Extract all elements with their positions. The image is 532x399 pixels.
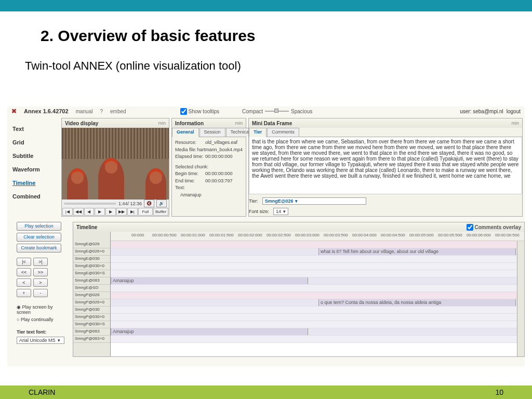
video-header: Video display	[65, 121, 98, 126]
tier-label[interactable]: SmngE@026	[73, 241, 110, 248]
ffwd-icon[interactable]: ▶▶	[116, 208, 127, 216]
annotation-segment[interactable]: Amanajup	[111, 277, 308, 284]
app-title: Annex 1.6.42702	[24, 108, 69, 114]
user-label: user: seba@mpi.nl	[460, 109, 503, 114]
play-icon[interactable]: ▶	[95, 208, 105, 216]
minimize-icon[interactable]: min	[511, 121, 519, 126]
full-button[interactable]: Full	[138, 208, 153, 216]
rewind-icon[interactable]: ◀◀	[73, 208, 84, 216]
nav-text[interactable]: Text	[11, 122, 57, 136]
mute-icon[interactable]: 🔇	[144, 200, 154, 207]
tier-label[interactable]: SmngE@030+0	[73, 263, 110, 270]
view-nav: Text Grid Subtitle Waveform Timeline Com…	[9, 118, 59, 217]
dataframe-text[interactable]: that is the place from where we came, Se…	[249, 137, 522, 194]
annotation-segment[interactable]: Amanajup	[111, 328, 308, 335]
chevron-down-icon: ▾	[283, 209, 286, 214]
information-panel: Informationmin General Session Technical…	[171, 118, 246, 217]
tier-label[interactable]: SmngP@026	[73, 292, 110, 299]
nav-waveform[interactable]: Waveform	[11, 163, 57, 176]
nav-bigfwd-button[interactable]: >>	[33, 268, 48, 276]
footer-left: CLARIN	[29, 388, 55, 396]
video-panel: Video displaymin 1:44/ 12:36 🔇 🔊 |◀ ◀◀ ◀…	[61, 118, 169, 217]
nav-subtitle[interactable]: Subtitle	[11, 149, 57, 163]
nav-fwd-button[interactable]: >	[33, 278, 48, 287]
vertical-scrollbar[interactable]	[517, 241, 524, 356]
nav-bigback-button[interactable]: <<	[17, 268, 31, 276]
logout-link[interactable]: logout	[507, 109, 521, 114]
slide-title: 2. Overview of basic features	[41, 27, 532, 45]
tab-general[interactable]: General	[172, 128, 199, 137]
info-body: Resource:old_villages.eaf Media file:har…	[172, 137, 246, 201]
slide-footer: CLARIN 10	[0, 385, 532, 399]
tier-label[interactable]: SmngE@026+0	[73, 248, 110, 256]
tier-label[interactable]: SmngP@083	[73, 328, 110, 336]
mini-data-frame-panel: Mini Data Framemin Tier Comments that is…	[248, 118, 523, 217]
minimize-icon[interactable]: min	[158, 121, 166, 126]
app-logo-icon: ✖	[11, 108, 17, 115]
tier-labels: SmngE@026 SmngE@026+0 SmngE@030 SmngE@03…	[73, 232, 111, 356]
tier-label[interactable]: SmngP@083+0	[73, 336, 110, 343]
nav-combined[interactable]: Combined	[11, 190, 57, 203]
video-progress-slider[interactable]	[64, 203, 116, 205]
play-continually-radio[interactable]: ○ Play continually	[17, 316, 66, 323]
tier-label[interactable]: SmngP@026+0	[73, 299, 110, 307]
fontsize-select[interactable]: 14▾	[273, 208, 288, 215]
tier-label[interactable]: SmngP@030+S	[73, 321, 110, 328]
tab-comments[interactable]: Comments	[267, 128, 299, 137]
chevron-down-icon: ▾	[58, 338, 60, 343]
tier-label[interactable]: SmngP@030+0	[73, 314, 110, 321]
nav-grid[interactable]: Grid	[11, 136, 57, 149]
tab-session[interactable]: Session	[200, 128, 225, 137]
tier-label[interactable]: SmngE@SD	[73, 285, 110, 292]
clear-selection-button[interactable]: Clear selection	[17, 233, 61, 242]
nav-timeline[interactable]: Timeline	[11, 176, 57, 190]
skip-end-icon[interactable]: ▶|	[127, 208, 138, 216]
tab-tier[interactable]: Tier	[249, 128, 267, 137]
skip-start-icon[interactable]: |◀	[62, 208, 73, 216]
nav-first-button[interactable]: |<	[17, 258, 31, 266]
tier-select[interactable]: SmngE@026▾	[262, 197, 366, 205]
play-screen-radio[interactable]: ◉ Play screen by screen	[17, 303, 66, 316]
density-slider[interactable]: Compact Spacious	[242, 109, 312, 114]
step-fwd-icon[interactable]: ▶	[105, 208, 116, 216]
slide-top-bar	[0, 0, 532, 11]
timeline-panel: Timeline Comments overlay SmngE@026 Smng…	[73, 222, 525, 357]
embed-link[interactable]: embed	[110, 109, 126, 114]
help-link[interactable]: ?	[100, 109, 103, 114]
annotation-segment[interactable]: o que tem? Conta da nossa aldeia, da nos…	[318, 299, 516, 306]
nav-last-button[interactable]: >|	[33, 258, 48, 266]
dataframe-header: Mini Data Frame	[252, 121, 292, 126]
video-time: 1:44/ 12:36	[118, 201, 142, 206]
minimize-icon[interactable]: min	[235, 121, 243, 126]
tier-label[interactable]: SmngE@083	[73, 277, 110, 285]
slider-thumb-icon[interactable]	[274, 109, 278, 113]
tier-label[interactable]: SmngE@030	[73, 256, 110, 263]
tier-label[interactable]: SmngP@030	[73, 307, 110, 314]
footer-page-number: 10	[495, 388, 503, 396]
video-frame[interactable]	[62, 128, 169, 200]
time-ruler: 00:000 00:00:00:500 00:00:01:000 00:00:0…	[111, 232, 524, 241]
step-back-icon[interactable]: ◀	[84, 208, 95, 216]
sidebar-controls: Play selection Clear selection Create bo…	[17, 222, 66, 344]
annex-app: ✖ Annex 1.6.42702 manual ? embed Show to…	[7, 107, 525, 366]
play-selection-button[interactable]: Play selection	[17, 222, 61, 231]
comments-overlay-checkbox[interactable]: Comments overlay	[467, 224, 521, 231]
show-tooltips-checkbox[interactable]: Show tooltips	[180, 108, 219, 115]
volume-icon[interactable]: 🔊	[156, 200, 167, 207]
tier-label[interactable]: SmngE@030+S	[73, 270, 110, 277]
nav-back-button[interactable]: <	[17, 278, 31, 287]
annotation-segment[interactable]: what is it? Tell him about our village, …	[318, 248, 516, 255]
slide-subtitle: Twin-tool ANNEX (online visualization to…	[25, 59, 532, 73]
timeline-grid[interactable]: 00:000 00:00:00:500 00:00:01:000 00:00:0…	[111, 232, 524, 356]
tier-font-select[interactable]: Arial Unicode MS▾	[17, 337, 64, 344]
chevron-down-icon: ▾	[295, 198, 298, 204]
buffer-button[interactable]: Buffer	[153, 208, 168, 216]
zoom-out-button[interactable]: -	[33, 289, 48, 297]
zoom-in-button[interactable]: +	[17, 289, 31, 297]
app-header: ✖ Annex 1.6.42702 manual ? embed Show to…	[7, 107, 525, 116]
manual-link[interactable]: manual	[76, 109, 93, 114]
info-header: Information	[175, 121, 204, 126]
create-bookmark-button[interactable]: Create bookmark	[17, 244, 61, 252]
timeline-header: Timeline	[76, 224, 97, 230]
